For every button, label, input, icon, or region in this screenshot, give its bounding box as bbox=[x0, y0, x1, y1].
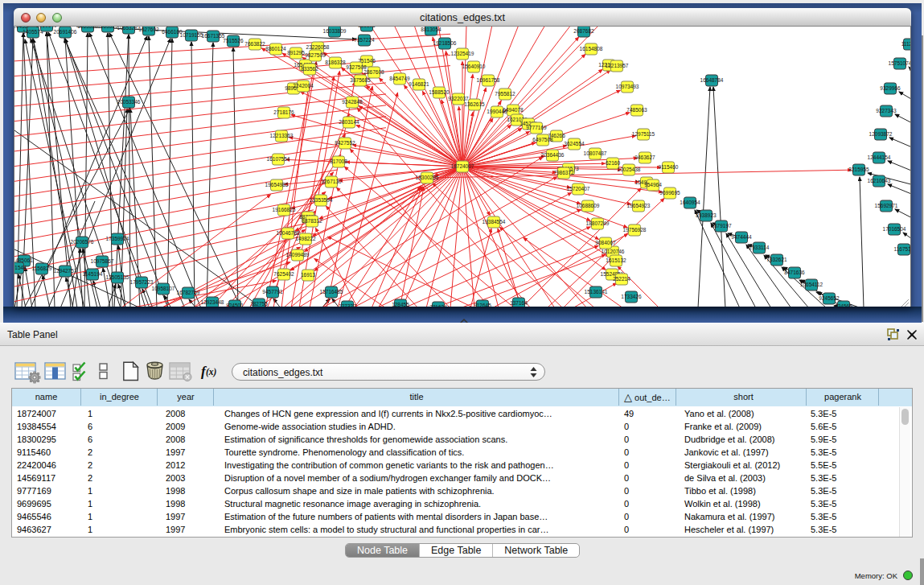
svg-text:14099489: 14099489 bbox=[286, 252, 310, 257]
svg-text:18807249: 18807249 bbox=[586, 220, 610, 226]
svg-text:12325419: 12325419 bbox=[451, 51, 474, 56]
svg-text:127327: 127327 bbox=[339, 303, 356, 307]
svg-text:817008: 817008 bbox=[330, 159, 347, 164]
svg-text:10975867: 10975867 bbox=[91, 258, 114, 264]
svg-text:137164: 137164 bbox=[510, 300, 528, 306]
svg-text:9245652: 9245652 bbox=[819, 295, 840, 301]
svg-text:9084067: 9084067 bbox=[595, 240, 616, 245]
svg-text:1615132: 1615132 bbox=[606, 257, 626, 263]
svg-text:15751074: 15751074 bbox=[889, 60, 910, 66]
svg-text:12444154: 12444154 bbox=[868, 154, 891, 160]
svg-text:62160: 62160 bbox=[606, 160, 620, 166]
svg-text:2087682: 2087682 bbox=[573, 28, 594, 34]
svg-text:3267130: 3267130 bbox=[321, 179, 342, 184]
svg-text:9474444: 9474444 bbox=[731, 234, 752, 240]
svg-text:16782759: 16782759 bbox=[177, 290, 200, 295]
svg-text:10654112: 10654112 bbox=[800, 282, 823, 287]
svg-text:2803144: 2803144 bbox=[339, 119, 359, 125]
svg-text:182755: 182755 bbox=[250, 301, 268, 307]
svg-text:19654923: 19654923 bbox=[627, 203, 651, 208]
svg-text:3875685: 3875685 bbox=[350, 77, 371, 83]
svg-text:16648784: 16648784 bbox=[700, 77, 724, 83]
svg-text:19384554: 19384554 bbox=[483, 219, 506, 225]
svg-text:19166825: 19166825 bbox=[273, 207, 296, 212]
svg-text:16671355: 16671355 bbox=[202, 33, 225, 39]
svg-text:18724007: 18724007 bbox=[451, 163, 474, 169]
svg-text:924565: 924565 bbox=[835, 303, 852, 307]
svg-text:23226058: 23226058 bbox=[306, 44, 330, 50]
svg-text:912645: 912645 bbox=[474, 303, 491, 307]
svg-text:9322037: 9322037 bbox=[448, 96, 469, 101]
svg-text:10719155: 10719155 bbox=[180, 32, 203, 38]
svg-text:10653287: 10653287 bbox=[117, 27, 141, 31]
svg-text:19756928: 19756928 bbox=[623, 227, 647, 233]
svg-text:8427552: 8427552 bbox=[335, 140, 355, 146]
svg-text:10958107: 10958107 bbox=[152, 286, 175, 291]
svg-text:10046768: 10046768 bbox=[277, 230, 300, 236]
svg-text:9463627: 9463627 bbox=[634, 154, 655, 160]
svg-text:15716485: 15716485 bbox=[320, 289, 343, 295]
svg-text:1167533: 1167533 bbox=[894, 246, 910, 252]
svg-text:9242848: 9242848 bbox=[342, 99, 363, 105]
svg-text:20053346: 20053346 bbox=[117, 99, 141, 105]
svg-text:15692971: 15692971 bbox=[875, 203, 898, 208]
svg-text:10807487: 10807487 bbox=[584, 150, 607, 156]
svg-text:8215955: 8215955 bbox=[848, 167, 869, 172]
svg-text:7632621: 7632621 bbox=[766, 257, 787, 262]
svg-text:17016504: 17016504 bbox=[883, 226, 906, 232]
svg-text:9777169: 9777169 bbox=[526, 125, 547, 130]
svg-text:9227343: 9227343 bbox=[876, 108, 897, 113]
svg-text:10973493: 10973493 bbox=[616, 84, 639, 89]
svg-text:17359924: 17359924 bbox=[106, 236, 129, 241]
svg-text:1362615: 1362615 bbox=[464, 101, 485, 107]
svg-text:1065528: 1065528 bbox=[77, 27, 98, 29]
svg-text:12093872: 12093872 bbox=[869, 131, 893, 137]
svg-text:7986372: 7986372 bbox=[553, 170, 574, 175]
svg-text:1145194: 1145194 bbox=[83, 271, 103, 277]
svg-text:15720407: 15720407 bbox=[567, 186, 590, 192]
svg-text:15640910: 15640910 bbox=[462, 64, 486, 69]
svg-text:8938923: 8938923 bbox=[696, 212, 717, 218]
svg-text:7485063: 7485063 bbox=[626, 107, 647, 113]
svg-text:10688609: 10688609 bbox=[577, 203, 600, 208]
svg-text:13353594: 13353594 bbox=[310, 197, 333, 203]
svg-text:8471636: 8471636 bbox=[784, 270, 805, 275]
svg-text:128455: 128455 bbox=[392, 302, 409, 307]
svg-text:10025438: 10025438 bbox=[618, 167, 641, 172]
svg-text:10120746: 10120746 bbox=[602, 249, 625, 254]
svg-text:8813054: 8813054 bbox=[421, 27, 441, 32]
svg-text:3624554: 3624554 bbox=[564, 141, 585, 146]
svg-text:17957223: 17957223 bbox=[130, 279, 154, 285]
svg-text:1588520: 1588520 bbox=[429, 89, 450, 95]
svg-text:12213363: 12213363 bbox=[270, 133, 294, 138]
svg-text:7357224: 7357224 bbox=[354, 37, 375, 43]
svg-text:(x): (x) bbox=[206, 367, 217, 377]
svg-text:2933114: 2933114 bbox=[749, 245, 770, 250]
svg-text:6494078: 6494078 bbox=[503, 107, 524, 113]
svg-text:20206576: 20206576 bbox=[71, 239, 94, 245]
svg-text:2867608: 2867608 bbox=[363, 69, 384, 75]
svg-text:833562: 833562 bbox=[301, 66, 318, 72]
svg-text:1733426: 1733426 bbox=[621, 294, 642, 299]
svg-text:12942757: 12942757 bbox=[54, 268, 77, 274]
svg-text:16033809: 16033809 bbox=[323, 28, 347, 34]
svg-text:20364436: 20364436 bbox=[541, 152, 565, 158]
svg-text:7515526: 7515526 bbox=[223, 38, 244, 43]
svg-text:2069140: 2069140 bbox=[36, 27, 57, 28]
svg-text:771624: 771624 bbox=[429, 304, 447, 307]
svg-text:15136141: 15136141 bbox=[585, 289, 608, 295]
svg-text:8454749: 8454749 bbox=[389, 76, 410, 81]
svg-text:12923448: 12923448 bbox=[201, 299, 224, 305]
svg-text:19218506: 19218506 bbox=[433, 40, 457, 46]
svg-text:1498222: 1498222 bbox=[295, 236, 316, 241]
svg-text:1156829: 1156829 bbox=[32, 266, 52, 271]
svg-text:6879197: 6879197 bbox=[711, 223, 732, 229]
svg-text:9827509: 9827509 bbox=[305, 52, 326, 58]
svg-text:6497508: 6497508 bbox=[532, 137, 553, 142]
svg-text:16154808: 16154808 bbox=[580, 46, 603, 51]
svg-text:2718176: 2718176 bbox=[273, 109, 294, 115]
svg-text:2242004: 2242004 bbox=[293, 83, 314, 89]
svg-text:8860124: 8860124 bbox=[265, 46, 286, 51]
svg-text:16913: 16913 bbox=[301, 272, 315, 278]
svg-text:7663822: 7663822 bbox=[244, 41, 265, 47]
